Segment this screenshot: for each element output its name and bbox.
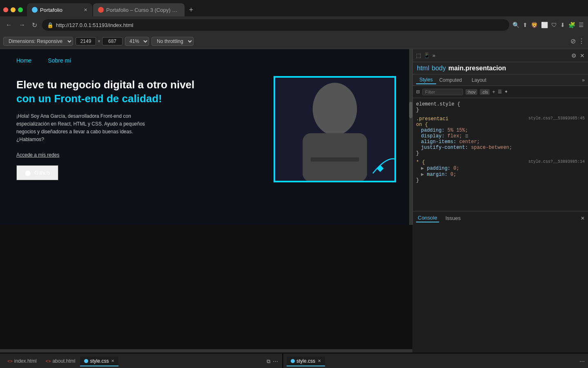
breadcrumb-html[interactable]: html [417,65,429,72]
devtools-more-icon[interactable]: ⋮ [578,37,585,45]
presentacion-source: style.css?__53893985:45 [528,116,585,121]
breadcrumb-body[interactable]: body [432,65,446,72]
tab-about-html[interactable]: <> about.html [42,357,80,366]
split-editor-icon[interactable]: ⧉ [267,358,270,365]
forward-button[interactable]: → [17,20,27,30]
screen-icon[interactable]: ⬜ [541,22,548,28]
nav-sobre-link[interactable]: Sobre mí [48,57,71,64]
preview-scrollbar[interactable] [409,49,412,225]
filter-input[interactable] [422,89,463,95]
star-source: style.css?__53893985:14 [528,159,585,164]
rotate-icon[interactable]: ⊘ [570,37,576,45]
css-file-icon [84,359,88,363]
back-button[interactable]: ← [4,20,14,30]
hov-btn[interactable]: :hov [466,89,477,95]
browser-traffic-lights [3,7,23,12]
devtools-panel: ⬚ 📱 » ⚙ ✕ html body main.presentacion St… [412,49,588,225]
console-tab[interactable]: Console [416,214,439,222]
shield-icon[interactable]: 🛡 [551,22,557,28]
github-button[interactable]: ⬤ Github [16,165,58,180]
css-padding-val: 5% 15%; [448,128,468,133]
css-star-padding-val: 0; [453,166,459,171]
browser-tab-1[interactable]: Portafolio ✕ [27,3,92,16]
browser-tab-2[interactable]: Portafolio – Curso 3 (Copy) – Fig... [93,3,185,16]
tab1-title: Portafolio [40,7,62,13]
star-rule: style.css?__53893985:14 * { ▶ padding: 0… [416,159,585,183]
devtools-footer: Console Issues ✕ [413,211,588,225]
cls-btn[interactable]: .cls [480,89,490,95]
zoom-select[interactable]: 41% [125,37,149,46]
layout-tab[interactable]: Layout [468,76,490,84]
share-icon[interactable]: ⬆ [523,22,528,28]
elements-mode-icon[interactable]: ⬚ [416,52,421,58]
new-tab-button[interactable]: + [185,4,197,16]
maximize-window-btn[interactable] [18,7,23,12]
scrollbar-thumb[interactable] [409,102,412,118]
tab-style-css[interactable]: style.css ✕ [80,357,118,366]
css-star-margin-prop: margin: [427,172,447,177]
more-tabs-icon[interactable]: » [582,77,585,83]
presentacion-selector: .presentaci [416,116,448,122]
dimensions-select[interactable]: Dimensions: Responsive [3,37,73,46]
tab-style-css-right[interactable]: style.css ✕ [287,357,325,366]
responsive-mode-icon[interactable]: 📱 [423,52,430,58]
svg-rect-3 [311,157,359,162]
presentacion-selector2: on { [416,122,428,128]
address-text: http://127.0.0.1:51193/index.html [56,22,133,28]
svg-rect-5 [377,165,384,172]
css-star-padding-prop: padding: [427,166,450,171]
preview-resize-handle[interactable] [0,349,412,352]
menu-icon[interactable]: ☰ [579,22,584,28]
star-arrow1[interactable]: ▶ [421,166,424,171]
editor-more-icon[interactable]: ⋯ [273,358,278,365]
tab1-close-icon[interactable]: ✕ [84,7,87,13]
extensions-icon[interactable]: 🧩 [568,22,575,28]
devtools-close-icon[interactable]: ✕ [580,52,585,59]
tab-close-icon[interactable]: ✕ [111,359,114,363]
presentacion-rule: style.css?__53893985:45 .presentaci on {… [416,116,585,156]
settings-icon[interactable]: ⚙ [571,52,577,59]
star-close: } [416,177,419,183]
code-editor-right: style.css ✕ ⋯ styles › style.css › :root [283,354,588,368]
editor-tabs-right: style.css ✕ ⋯ [283,354,588,368]
flex-icon[interactable]: ☰ [465,135,468,139]
download-icon[interactable]: ⬇ [560,22,565,28]
expand-icon[interactable]: » [432,52,435,58]
nav-home-link[interactable]: Home [16,57,31,64]
styles-tab[interactable]: Styles [416,76,436,84]
css-padding-prop: padding: [421,128,445,133]
hero-title-line2: con un Front-end de calidad! [16,92,257,106]
computed-tab[interactable]: Computed [436,76,465,84]
website-hero: Eleve tu negocio digital a otro nivel co… [0,72,412,186]
element-state-icon[interactable]: ☰ [498,89,502,94]
presentacion-close: } [416,150,419,156]
footer-close-icon[interactable]: ✕ [581,215,585,221]
element-style-close: } [416,107,419,113]
new-rule-icon[interactable]: ✦ [504,89,508,94]
tab-index-html[interactable]: <> index.html [3,357,41,366]
breadcrumb-main[interactable]: main.presentacion [448,65,506,72]
devtools-top-bar: Dimensions: Responsive × 41% No throttli… [0,34,588,49]
star-arrow2[interactable]: ▶ [421,172,424,177]
tab-index-label: index.html [14,358,37,364]
css-justify-prop: justify-content: [421,145,468,150]
hero-title-line1: Eleve tu negocio digital a otro nivel [16,78,257,92]
address-bar[interactable]: 🔒 http://127.0.0.1:51193/index.html [42,19,509,31]
issues-tab[interactable]: Issues [444,214,463,222]
add-style-icon[interactable]: + [492,89,495,95]
width-input[interactable] [76,37,96,45]
reload-button[interactable]: ↻ [30,20,39,31]
minimize-window-btn[interactable] [11,7,16,12]
svg-marker-4 [395,158,396,164]
tab-close-right[interactable]: ✕ [318,359,321,363]
star-selector: * { [416,159,425,165]
throttle-select[interactable]: No throttling [151,37,194,46]
hero-link[interactable]: Accede a mis redes [16,152,257,158]
editor-right-more-icon[interactable]: ⋯ [579,358,585,364]
svg-point-1 [313,83,357,135]
tab-about-label: about.html [52,358,75,364]
github-icon: ⬤ [25,170,31,176]
height-input[interactable] [102,37,122,45]
search-icon[interactable]: 🔍 [512,22,519,28]
close-window-btn[interactable] [3,7,8,12]
